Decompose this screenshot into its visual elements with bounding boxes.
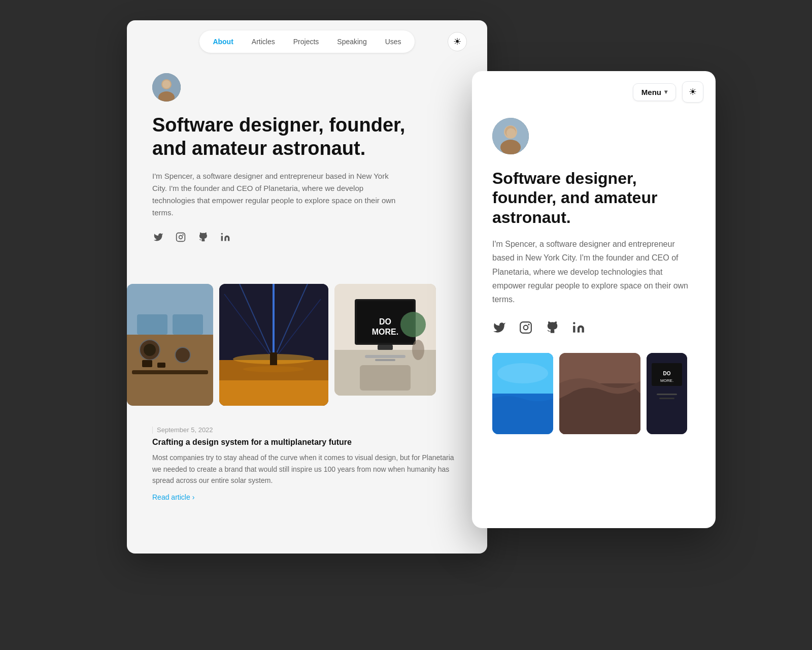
svg-rect-45 [520, 322, 531, 333]
mobile-dark-bg: DO MORE. [647, 353, 687, 434]
svg-point-40 [412, 340, 424, 360]
svg-rect-16 [142, 360, 152, 367]
mobile-linkedin-svg [572, 321, 585, 334]
mobile-nav: Menu ▾ ☀ [472, 71, 716, 113]
photo-desk-bg: DO MORE. [334, 284, 436, 396]
github-svg [198, 232, 208, 242]
page-wrapper: About Articles Projects Speaking Uses ☀ [127, 20, 685, 630]
photo-desk: DO MORE. [334, 284, 436, 396]
mobile-github-svg [546, 321, 559, 334]
svg-rect-60 [659, 398, 674, 399]
svg-point-39 [400, 312, 426, 337]
svg-rect-37 [375, 359, 395, 361]
svg-point-47 [528, 324, 529, 326]
svg-rect-17 [157, 363, 165, 368]
mobile-instagram-svg [519, 321, 532, 334]
avatar-svg-mobile [492, 118, 529, 154]
nav-pills: About Articles Projects Speaking Uses [199, 30, 414, 53]
mobile-ocean-bg [492, 353, 553, 434]
instagram-icon[interactable] [175, 231, 187, 243]
photo-stage [219, 284, 328, 406]
ocean-illustration [492, 353, 553, 434]
mobile-social-icons [492, 320, 695, 335]
photo-cockpit [127, 284, 213, 406]
dark-illustration: DO MORE. [647, 353, 687, 434]
linkedin-svg [220, 232, 230, 242]
mobile-rock-bg [559, 353, 640, 434]
svg-text:MORE.: MORE. [660, 378, 673, 383]
read-article-link[interactable]: Read article › [152, 493, 462, 501]
mobile-content: Software designer, founder, and amateur … [472, 113, 716, 454]
article-title: Crafting a design system for a multiplan… [152, 438, 462, 447]
sun-icon-desktop: ☀ [453, 36, 461, 47]
photo-cockpit-bg [127, 284, 213, 406]
theme-toggle-desktop[interactable]: ☀ [448, 32, 467, 51]
svg-rect-36 [365, 355, 405, 358]
menu-label: Menu [641, 88, 661, 96]
svg-rect-35 [378, 345, 393, 350]
nav-item-speaking[interactable]: Speaking [328, 35, 376, 49]
twitter-svg [153, 232, 163, 242]
mobile-photo-grid: DO MORE. [472, 353, 716, 434]
hero-title-desktop: Software designer, founder, and amateur … [152, 114, 406, 160]
hero-desc-desktop: I'm Spencer, a software designer and ent… [152, 170, 396, 219]
svg-point-6 [182, 234, 184, 236]
photo-grid-desktop: DO MORE. [127, 284, 487, 406]
nav-bar: About Articles Projects Speaking Uses ☀ [127, 20, 487, 63]
svg-point-5 [179, 236, 183, 239]
menu-chevron-icon: ▾ [664, 88, 667, 95]
article-section: September 5, 2022 Crafting a design syst… [127, 426, 487, 501]
svg-rect-11 [173, 314, 203, 335]
article-date: September 5, 2022 [152, 426, 462, 434]
svg-rect-15 [132, 370, 208, 374]
nav-item-articles[interactable]: Articles [243, 35, 284, 49]
svg-rect-4 [177, 233, 185, 242]
svg-point-13 [144, 344, 156, 356]
cockpit-illustration [127, 284, 213, 406]
svg-point-28 [243, 366, 304, 372]
avatar-image-small [152, 73, 181, 102]
svg-point-7 [221, 233, 223, 235]
avatar-small [152, 73, 181, 102]
desktop-card: About Articles Projects Speaking Uses ☀ [127, 20, 487, 554]
svg-rect-10 [137, 314, 167, 335]
mobile-twitter-icon[interactable] [492, 320, 506, 335]
twitter-icon[interactable] [152, 231, 164, 243]
mobile-photo-dark-screen: DO MORE. [647, 353, 687, 434]
svg-text:DO: DO [663, 371, 671, 376]
svg-text:DO: DO [379, 317, 391, 326]
mobile-photo-ocean [492, 353, 553, 434]
svg-rect-59 [657, 394, 677, 395]
mobile-hero-title: Software designer, founder, and amateur … [492, 169, 695, 227]
mobile-github-icon[interactable] [545, 320, 559, 335]
mobile-photo-rock [559, 353, 640, 434]
svg-rect-20 [219, 380, 328, 406]
svg-rect-38 [360, 365, 411, 391]
article-excerpt: Most companies try to stay ahead of the … [152, 452, 462, 486]
mobile-twitter-svg [493, 321, 506, 334]
avatar-svg-small [152, 73, 181, 102]
mobile-instagram-icon[interactable] [519, 320, 533, 335]
stage-illustration [219, 284, 328, 406]
read-article-label: Read article [152, 493, 190, 501]
svg-point-46 [524, 326, 528, 330]
instagram-svg [176, 232, 186, 242]
read-article-arrow: › [192, 493, 195, 501]
svg-point-48 [573, 322, 575, 324]
menu-button[interactable]: Menu ▾ [633, 83, 676, 101]
svg-text:MORE.: MORE. [372, 328, 398, 336]
svg-point-3 [162, 80, 171, 88]
main-content: Software designer, founder, and amateur … [127, 63, 487, 284]
nav-item-about[interactable]: About [204, 35, 242, 49]
linkedin-icon[interactable] [219, 231, 231, 243]
nav-item-projects[interactable]: Projects [284, 35, 328, 49]
mobile-linkedin-icon[interactable] [571, 320, 586, 335]
social-icons-desktop [152, 231, 462, 243]
github-icon[interactable] [197, 231, 209, 243]
sun-icon-mobile: ☀ [689, 86, 697, 98]
photo-stage-bg [219, 284, 328, 406]
theme-toggle-mobile[interactable]: ☀ [682, 81, 703, 103]
avatar-mobile [492, 118, 529, 154]
nav-item-uses[interactable]: Uses [376, 35, 411, 49]
desk-illustration: DO MORE. [334, 284, 436, 396]
